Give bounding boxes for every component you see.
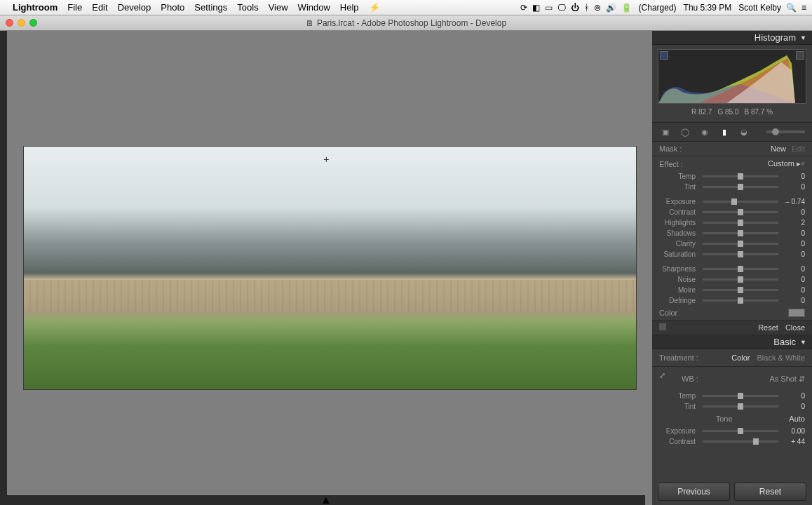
slider-value[interactable]: 0 — [781, 286, 805, 294]
radial-filter-icon[interactable]: ◒ — [738, 126, 750, 138]
basic-title: Basic — [773, 337, 796, 347]
graduated-filter-icon[interactable]: ▮ — [718, 126, 731, 138]
mask-new-button[interactable]: New — [771, 144, 786, 153]
script-icon[interactable]: ⚡ — [369, 2, 380, 13]
redeye-tool-icon[interactable]: ◉ — [698, 126, 711, 138]
grad-close-button[interactable]: Close — [785, 323, 805, 332]
slider-track[interactable] — [703, 201, 778, 203]
effect-disclosure-icon[interactable]: ▾ — [801, 159, 805, 168]
slider-value[interactable]: 0 — [781, 392, 805, 400]
crosshair-cursor: + — [323, 154, 329, 165]
grad-footer: Reset Close — [652, 320, 812, 335]
basic-header[interactable]: Basic ▼ — [652, 335, 812, 349]
menu-settings[interactable]: Settings — [194, 2, 227, 13]
spotlight-icon[interactable]: 🔍 — [786, 3, 797, 13]
bottom-panel-toggle[interactable]: ▲ — [7, 495, 645, 505]
close-window-button[interactable] — [6, 19, 13, 27]
slider-value[interactable]: 0 — [781, 276, 805, 283]
volume-icon[interactable]: 🔊 — [606, 3, 616, 13]
slider-track[interactable] — [703, 395, 778, 397]
mask-row: Mask : New Edit — [652, 142, 812, 156]
slider-label: Clarity — [659, 240, 700, 248]
collapse-icon: ▼ — [800, 339, 806, 346]
crop-tool-icon[interactable]: ▣ — [659, 126, 672, 138]
slider-value[interactable]: 0.00 — [781, 427, 805, 435]
mask-edit-button[interactable]: Edit — [792, 144, 805, 153]
slider-value[interactable]: 0 — [781, 173, 805, 180]
menu-photo[interactable]: Photo — [161, 2, 184, 13]
slider-value[interactable]: 0 — [781, 229, 805, 237]
sync-icon[interactable]: ⟳ — [520, 3, 527, 13]
slider-track[interactable] — [703, 268, 778, 270]
display-icon[interactable]: ▭ — [545, 3, 553, 13]
effect-dropdown[interactable]: Custom ▸ — [768, 159, 801, 168]
slider-track[interactable] — [703, 440, 778, 443]
effect-row: Effect : Custom ▸ ▾ — [652, 156, 812, 171]
slider-value[interactable]: 0 — [781, 265, 805, 273]
slider-track[interactable] — [703, 253, 778, 255]
slider-value[interactable]: 0 — [781, 208, 805, 216]
minimize-window-button[interactable] — [18, 19, 25, 27]
left-panel-toggle[interactable] — [0, 31, 7, 505]
battery-icon[interactable]: 🔋 — [621, 3, 632, 13]
slider-highlights: Highlights2 — [652, 217, 812, 228]
slider-value[interactable]: 0 — [781, 403, 805, 410]
menu-edit[interactable]: Edit — [92, 2, 107, 13]
photo-preview[interactable]: + — [23, 146, 637, 390]
slider-contrast: Contrast+ 44 — [652, 436, 812, 447]
slider-value[interactable]: 0 — [781, 240, 805, 248]
previous-button[interactable]: Previous — [658, 483, 730, 501]
slider-track[interactable] — [703, 430, 778, 432]
spot-tool-icon[interactable]: ◯ — [679, 126, 691, 138]
menu-view[interactable]: View — [269, 2, 288, 13]
slider-value[interactable]: 2 — [781, 219, 805, 227]
square-icon[interactable]: ◧ — [532, 3, 540, 13]
brush-size-slider[interactable] — [766, 130, 805, 133]
slider-track[interactable] — [703, 222, 778, 224]
image-canvas[interactable]: + — [7, 31, 652, 505]
menu-help[interactable]: Help — [340, 2, 359, 13]
tone-auto-button[interactable]: Auto — [789, 415, 805, 423]
menu-develop[interactable]: Develop — [118, 2, 151, 13]
color-swatch[interactable] — [788, 309, 805, 317]
treatment-color[interactable]: Color — [731, 354, 750, 362]
slider-noise: Noise0 — [652, 274, 812, 285]
slider-value[interactable]: – 0.74 — [781, 198, 805, 206]
slider-value[interactable]: 0 — [781, 250, 805, 258]
slider-track[interactable] — [703, 232, 778, 234]
zoom-window-button[interactable] — [29, 19, 37, 27]
bluetooth-icon[interactable]: ᚼ — [584, 3, 589, 13]
slider-track[interactable] — [703, 299, 778, 302]
menu-file[interactable]: File — [67, 2, 82, 13]
slider-track[interactable] — [703, 186, 778, 188]
app-menu[interactable]: Lightroom — [13, 2, 57, 13]
wb-dropdown[interactable]: As Shot ⇵ — [769, 375, 805, 384]
wb-dropper-icon[interactable]: ⤢ — [659, 371, 675, 386]
slider-value[interactable]: 0 — [781, 297, 805, 304]
menu-window[interactable]: Window — [298, 2, 330, 13]
slider-track[interactable] — [703, 289, 778, 291]
treatment-bw[interactable]: Black & White — [757, 354, 805, 362]
reset-button[interactable]: Reset — [734, 483, 806, 501]
slider-track[interactable] — [703, 175, 778, 177]
slider-track[interactable] — [703, 211, 778, 213]
slider-value[interactable]: + 44 — [781, 438, 805, 445]
slider-track[interactable] — [703, 278, 778, 281]
slider-track[interactable] — [703, 243, 778, 245]
monitor-icon[interactable]: 🖵 — [557, 3, 566, 13]
histogram-header[interactable]: Histogram ▼ — [652, 31, 812, 45]
notification-icon[interactable]: ≡ — [801, 3, 806, 13]
slider-saturation: Saturation0 — [652, 249, 812, 260]
histogram-title: Histogram — [755, 32, 796, 43]
histogram-display[interactable] — [658, 49, 806, 104]
highlight-clip-toggle[interactable] — [796, 51, 804, 60]
slider-value[interactable]: 0 — [781, 183, 805, 191]
pin-toggle[interactable] — [659, 323, 666, 330]
user-name[interactable]: Scott Kelby — [738, 3, 781, 13]
menu-tools[interactable]: Tools — [237, 2, 258, 13]
wifi-icon[interactable]: ⊚ — [594, 3, 601, 13]
power-icon[interactable]: ⏻ — [571, 3, 579, 13]
grad-reset-button[interactable]: Reset — [758, 323, 778, 332]
clock[interactable]: Thu 5:39 PM — [684, 3, 732, 13]
slider-track[interactable] — [703, 405, 778, 408]
